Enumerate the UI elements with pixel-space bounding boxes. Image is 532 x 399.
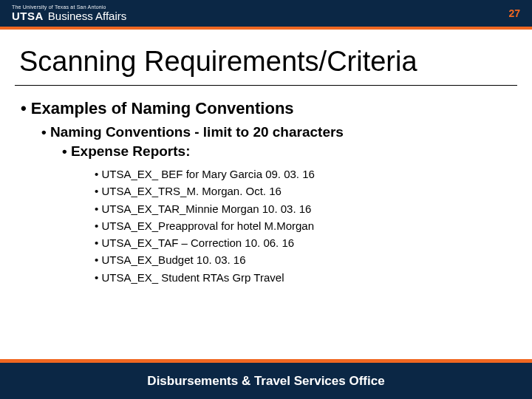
list-item: UTSA_EX_TAF – Correction 10. 06. 16 bbox=[95, 234, 511, 251]
page-number: 27 bbox=[508, 7, 520, 19]
brand-secondary: Business Affairs bbox=[48, 10, 126, 22]
slide-content: Examples of Naming Conventions Naming Co… bbox=[0, 93, 532, 286]
footer-text: Disbursements & Travel Services Office bbox=[0, 363, 532, 399]
bullet-level3: Expense Reports: bbox=[62, 143, 511, 160]
brand-lockup: The University of Texas at San Antonio U… bbox=[12, 4, 126, 22]
example-list: UTSA_EX_ BEF for Mary Garcia 09. 03. 16 … bbox=[95, 166, 511, 286]
list-item: UTSA_EX_ BEF for Mary Garcia 09. 03. 16 bbox=[95, 166, 511, 183]
slide-header: The University of Texas at San Antonio U… bbox=[0, 0, 532, 27]
list-item: UTSA_EX_TAR_Minnie Morgan 10. 03. 16 bbox=[95, 200, 511, 217]
slide-footer: Disbursements & Travel Services Office bbox=[0, 359, 532, 399]
slide: The University of Texas at San Antonio U… bbox=[0, 0, 532, 399]
brand-row: UTSA Business Affairs bbox=[12, 10, 126, 22]
list-item: UTSA_EX_Budget 10. 03. 16 bbox=[95, 251, 511, 268]
list-item: UTSA_EX_TRS_M. Morgan. Oct. 16 bbox=[95, 183, 511, 200]
bullet-level1: Examples of Naming Conventions bbox=[21, 99, 511, 118]
university-name: The University of Texas at San Antonio bbox=[12, 4, 126, 10]
slide-title: Scanning Requirements/Criteria bbox=[0, 30, 532, 85]
brand-primary: UTSA bbox=[12, 10, 44, 22]
title-underline bbox=[15, 85, 517, 86]
bullet-level2: Naming Conventions - limit to 20 charact… bbox=[41, 124, 511, 140]
list-item: UTSA_EX_ Student RTAs Grp Travel bbox=[95, 269, 511, 286]
list-item: UTSA_EX_Preapproval for hotel M.Morgan bbox=[95, 217, 511, 234]
